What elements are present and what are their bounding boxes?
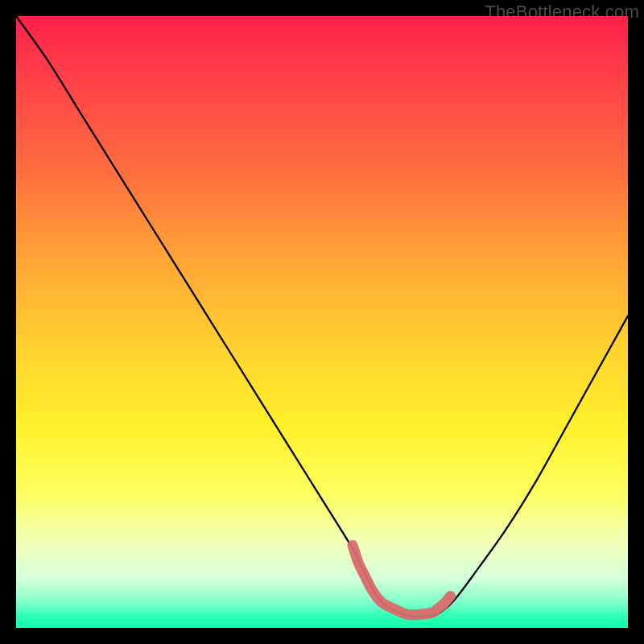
bottleneck-curve: [16, 16, 628, 617]
chart-frame: TheBottleneck.com: [0, 0, 644, 644]
chart-plot-area: [16, 16, 628, 628]
chart-svg: [16, 16, 628, 628]
optimal-zone-highlight: [353, 545, 451, 614]
